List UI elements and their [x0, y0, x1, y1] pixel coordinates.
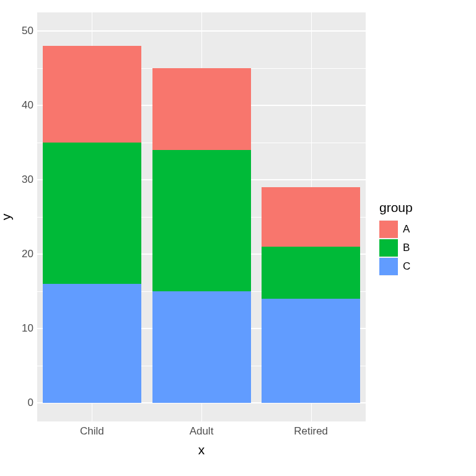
bar-segment-A — [262, 187, 360, 247]
y-axis-label: y — [0, 214, 14, 221]
legend-swatch-A — [379, 221, 398, 238]
y-tick-label: 0 — [28, 397, 33, 409]
legend-key — [379, 220, 398, 239]
y-tick-label: 10 — [22, 322, 33, 335]
bar-child — [43, 12, 141, 421]
bar-segment-C — [43, 284, 141, 403]
legend: group ABC — [379, 200, 413, 276]
legend-item-C: C — [379, 257, 413, 276]
legend-label: C — [403, 260, 410, 273]
bar-segment-C — [262, 299, 360, 403]
y-tick-label: 20 — [22, 248, 33, 260]
bar-adult — [152, 12, 251, 421]
legend-label: B — [403, 242, 410, 254]
bar-segment-A — [152, 68, 251, 150]
plot-panel — [37, 12, 366, 421]
bar-segment-A — [43, 46, 141, 143]
legend-swatch-B — [379, 239, 398, 257]
legend-item-A: A — [379, 220, 413, 239]
legend-title: group — [379, 200, 413, 215]
stacked-bar-chart: 01020304050 ChildAdultRetired y x group … — [0, 0, 476, 476]
x-axis-label: x — [198, 443, 205, 457]
legend-item-B: B — [379, 239, 413, 257]
x-tick-label: Retired — [294, 425, 328, 438]
legend-key — [379, 239, 398, 257]
x-tick-label: Adult — [190, 425, 214, 438]
bar-retired — [262, 12, 360, 421]
bar-segment-C — [152, 291, 251, 403]
x-tick-label: Child — [80, 425, 104, 438]
legend-swatch-C — [379, 258, 398, 275]
y-tick-label: 30 — [22, 174, 33, 186]
bar-segment-B — [262, 247, 360, 299]
bar-segment-B — [43, 143, 141, 284]
y-tick-label: 50 — [22, 25, 33, 37]
y-tick-label: 40 — [22, 99, 33, 112]
bar-segment-B — [152, 150, 251, 291]
legend-key — [379, 257, 398, 276]
legend-label: A — [403, 223, 410, 236]
